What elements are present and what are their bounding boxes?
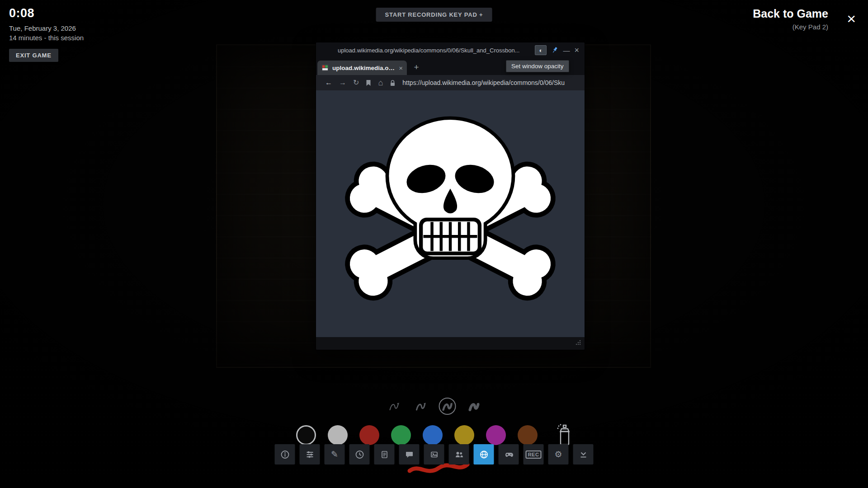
tab-title: upload.wikimedia.org... bbox=[332, 65, 395, 71]
toolbar-recent-button[interactable] bbox=[349, 444, 370, 465]
chevron-down-icon bbox=[579, 450, 588, 459]
exit-game-button[interactable]: EXIT GAME bbox=[9, 49, 58, 62]
session-date: Tue, February 3, 2026 bbox=[9, 24, 84, 32]
browser-tab[interactable]: upload.wikimedia.org... × bbox=[317, 61, 407, 75]
info-icon bbox=[280, 450, 289, 459]
clock-icon bbox=[355, 450, 364, 459]
stroke-option-thin[interactable] bbox=[386, 398, 403, 415]
color-swatch-blue[interactable] bbox=[423, 425, 443, 445]
close-window-icon[interactable]: × bbox=[574, 46, 579, 54]
sliders-icon bbox=[305, 450, 314, 459]
opacity-tooltip: Set window opacity bbox=[506, 60, 569, 72]
nav-home-icon[interactable]: ⌂ bbox=[378, 79, 383, 87]
bookmark-icon[interactable] bbox=[366, 80, 371, 86]
image-icon bbox=[429, 450, 439, 459]
color-swatch-red[interactable] bbox=[359, 425, 379, 445]
toolbar-notes-button[interactable]: ✎ bbox=[325, 444, 345, 465]
toolbar-chat-button[interactable] bbox=[399, 444, 420, 465]
back-to-game-button[interactable]: Back to Game bbox=[753, 7, 828, 20]
color-palette bbox=[296, 423, 572, 447]
color-swatch-magenta[interactable] bbox=[486, 425, 506, 445]
nav-refresh-icon[interactable]: ↻ bbox=[353, 79, 359, 86]
chat-icon bbox=[405, 450, 414, 459]
pin-window-button[interactable] bbox=[551, 47, 558, 54]
color-swatch-orange[interactable] bbox=[518, 425, 538, 445]
tab-close-icon[interactable]: × bbox=[399, 64, 403, 72]
nav-back-icon[interactable]: ← bbox=[325, 79, 332, 86]
lock-icon bbox=[390, 80, 396, 86]
steam-overlay-screen: 0:08 Tue, February 3, 2026 14 minutes - … bbox=[0, 0, 868, 488]
stroke-option-thick[interactable] bbox=[439, 398, 456, 415]
nav-forward-icon[interactable]: → bbox=[339, 79, 346, 86]
color-swatch-yellow[interactable] bbox=[454, 425, 474, 445]
minimize-window-icon[interactable]: — bbox=[563, 47, 570, 54]
new-tab-button[interactable]: + bbox=[410, 61, 422, 73]
toolbar-settings-button[interactable]: ⚙ bbox=[548, 444, 569, 465]
toolbar-browser-button[interactable] bbox=[474, 444, 494, 465]
document-icon bbox=[380, 450, 389, 459]
stroke-option-medium[interactable] bbox=[412, 398, 429, 415]
close-overlay-icon[interactable]: × bbox=[847, 11, 856, 26]
back-to-game-panel: Back to Game (Key Pad 2) bbox=[753, 7, 828, 31]
skull-and-crossbones-image bbox=[337, 94, 563, 309]
toolbar-friends-button[interactable] bbox=[449, 444, 469, 465]
spray-can-icon[interactable] bbox=[557, 423, 572, 447]
pencil-icon: ✎ bbox=[331, 450, 338, 459]
toolbar-info-button[interactable] bbox=[275, 444, 295, 465]
toolbar-news-button[interactable] bbox=[374, 444, 395, 465]
browser-content bbox=[316, 90, 585, 337]
pin-icon bbox=[551, 47, 558, 54]
overlay-browser-window: upload.wikimedia.org/wikipedia/commons/0… bbox=[316, 42, 585, 350]
pen-stroke-options bbox=[386, 398, 483, 415]
resize-grip[interactable] bbox=[575, 339, 581, 347]
address-url[interactable]: https://upload.wikimedia.org/wikipedia/c… bbox=[402, 79, 579, 86]
session-length: 14 minutes - this session bbox=[9, 34, 84, 42]
game-name-label: (Key Pad 2) bbox=[753, 23, 828, 31]
color-swatch-green[interactable] bbox=[391, 425, 411, 445]
color-swatch-black[interactable] bbox=[296, 425, 316, 445]
session-timer: 0:08 bbox=[9, 6, 84, 20]
toolbar-controller-button[interactable] bbox=[499, 444, 519, 465]
session-panel: 0:08 Tue, February 3, 2026 14 minutes - … bbox=[9, 6, 84, 62]
window-title: upload.wikimedia.org/wikipedia/commons/0… bbox=[321, 47, 530, 54]
browser-title-bar[interactable]: upload.wikimedia.org/wikipedia/commons/0… bbox=[316, 42, 585, 58]
rec-icon: REC bbox=[526, 450, 542, 459]
toolbar-screenshots-button[interactable] bbox=[424, 444, 444, 465]
globe-icon bbox=[479, 450, 488, 459]
tab-favicon-icon bbox=[321, 64, 329, 71]
toolbar-collapse-button[interactable] bbox=[573, 444, 594, 465]
stroke-option-heavy[interactable] bbox=[466, 398, 483, 415]
start-recording-button[interactable]: START RECORDING KEY PAD + bbox=[376, 8, 492, 22]
toolbar-performance-button[interactable] bbox=[300, 444, 320, 465]
opacity-icon: ◐ bbox=[539, 47, 543, 54]
browser-nav-bar: ← → ↻ ⌂ https://upload.wikimedia.org/wik… bbox=[316, 75, 585, 90]
toolbar-recording-button[interactable]: REC bbox=[524, 444, 544, 465]
browser-footer bbox=[316, 337, 585, 350]
color-swatch-white[interactable] bbox=[328, 425, 348, 445]
controller-icon bbox=[504, 450, 514, 459]
window-controls: ◐ — × bbox=[535, 45, 579, 55]
gear-icon: ⚙ bbox=[554, 450, 562, 459]
friends-icon bbox=[454, 450, 463, 459]
overlay-toolbar: ✎ REC ⚙ bbox=[275, 444, 594, 465]
window-opacity-button[interactable]: ◐ bbox=[535, 45, 547, 55]
